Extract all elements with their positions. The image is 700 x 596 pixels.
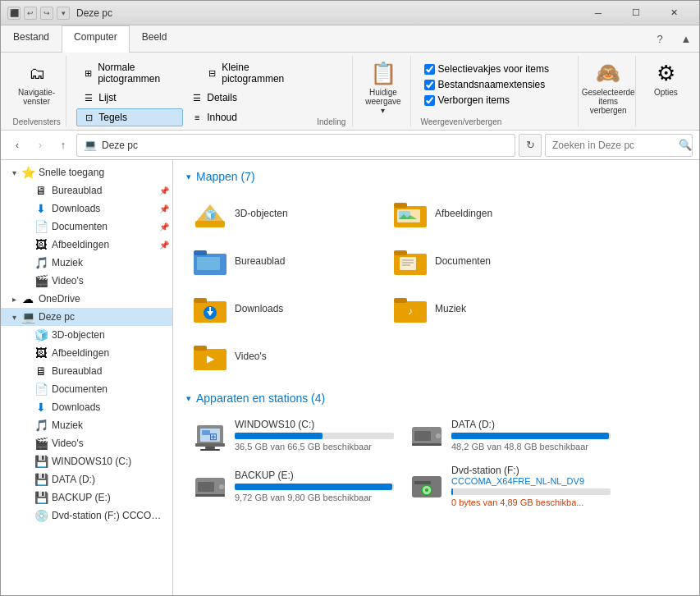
drive-f-bar-bg	[451, 488, 611, 495]
sidebar-item-dvd[interactable]: 💿 Dvd-station (F:) CCCOMA_X	[1, 507, 172, 525]
geselecteerde-button[interactable]: 🙈 Geselecteerdeitems verbergen	[587, 56, 629, 119]
sidebar-item-downloads[interactable]: ⬇ Downloads 📌	[1, 199, 172, 218]
dropdown-icon[interactable]: ▾	[57, 7, 70, 20]
redo-icon[interactable]: ↪	[40, 7, 53, 20]
up-button[interactable]: ↑	[53, 135, 73, 155]
snelle-toegang-icon: ⭐	[21, 165, 35, 180]
title-bar-icons: ⬛ ↩ ↪ ▾	[7, 7, 70, 20]
sidebar-item-videos2[interactable]: 🎬 Video's	[1, 434, 172, 452]
navigatievenster-label: Navigatie-venster	[18, 88, 55, 106]
sidebar-item-documenten[interactable]: 📄 Documenten 📌	[1, 218, 172, 236]
svg-rect-33	[200, 449, 220, 451]
search-input[interactable]	[552, 140, 675, 151]
folder-muziek-icon: ♪	[392, 291, 428, 327]
folder-item-afbeeldingen[interactable]: Afbeeldingen	[387, 191, 583, 236]
ribbon-group-huidig: 📋 Huidigeweergave ▾	[356, 56, 410, 126]
minimize-button[interactable]: ─	[579, 1, 617, 25]
folders-chevron-icon[interactable]: ▾	[186, 172, 191, 182]
sidebar-item-3d-objecten[interactable]: 🧊 3D-objecten	[1, 326, 172, 344]
sidebar-item-afbeeldingen[interactable]: 🖼 Afbeeldingen 📌	[1, 236, 172, 254]
svg-rect-18	[194, 298, 207, 303]
forward-button[interactable]: ›	[30, 135, 50, 155]
checkbox-selectievakjes[interactable]	[424, 64, 435, 75]
videos-label-snelle: Video's	[52, 275, 169, 287]
details-button[interactable]: ☰ Details	[185, 89, 291, 107]
drives-section-title: Apparaten en stations (4)	[196, 392, 325, 405]
geselecteerde-label: Geselecteerdeitems verbergen	[582, 88, 635, 115]
sidebar: ▾ ⭐ Snelle toegang 🖥 Bureaublad 📌 ⬇ Down…	[1, 160, 173, 596]
sidebar-item-data[interactable]: 💾 DATA (D:)	[1, 470, 172, 488]
svg-point-46	[425, 488, 428, 492]
close-button[interactable]: ✕	[655, 1, 693, 25]
folder-item-videos[interactable]: ▶ Video's	[186, 334, 383, 378]
video-icon2: 🎬	[34, 436, 48, 451]
drive-c-bar-bg	[235, 433, 394, 439]
folder-item-downloads[interactable]: Downloads	[186, 287, 383, 331]
folder-3d-icon: 🧊	[192, 195, 228, 232]
folder-downloads-label: Downloads	[235, 303, 283, 314]
normale-pictogrammen-button[interactable]: ⊞ Normale pictogrammen	[76, 59, 199, 87]
folder-item-bureaublad[interactable]: Bureaublad	[186, 239, 383, 283]
tab-beeld[interactable]: Beeld	[130, 25, 180, 52]
check-verborgen[interactable]: Verborgen items	[421, 94, 552, 107]
svg-text:♪: ♪	[408, 305, 413, 317]
drive-item-f[interactable]: Dvd-station (F:) CCCOMA_X64FRE_NL-NL_DV9…	[403, 461, 616, 511]
sidebar-item-afbeeldingen2[interactable]: 🖼 Afbeeldingen	[1, 344, 172, 362]
drive-item-c[interactable]: ⊞ WINDOWS10 (C:) 36,5 GB van 66,5 GB bes…	[186, 413, 400, 457]
folder-bureaublad-icon	[192, 243, 228, 279]
checkbox-verborgen[interactable]	[424, 95, 435, 106]
search-box[interactable]: 🔍	[545, 134, 693, 157]
sidebar-item-downloads2[interactable]: ⬇ Downloads	[1, 398, 172, 416]
sidebar-section-snelle-toegang[interactable]: ▾ ⭐ Snelle toegang	[1, 163, 172, 181]
huidige-icon: 📋	[370, 60, 396, 86]
sidebar-item-documenten2[interactable]: 📄 Documenten	[1, 380, 172, 398]
inhoud-button[interactable]: ≡ Inhoud	[185, 108, 291, 126]
huidige-weergave-button[interactable]: 📋 Huidigeweergave ▾	[362, 56, 405, 119]
sidebar-item-windows[interactable]: 💾 WINDOWS10 (C:)	[1, 452, 172, 470]
check-selectievakjes[interactable]: Selectievakjes voor items	[421, 62, 552, 76]
sidebar-item-bureaublad[interactable]: 🖥 Bureaublad 📌	[1, 181, 172, 199]
opties-button[interactable]: ⚙ Opties	[644, 56, 687, 101]
folder-item-documenten[interactable]: Documenten	[387, 239, 583, 283]
checkbox-bestandsnaam[interactable]	[424, 80, 435, 90]
drive-item-d[interactable]: DATA (D:) 48,2 GB van 48,8 GB beschikbaa…	[403, 413, 616, 457]
sidebar-item-muziek2[interactable]: 🎵 Muziek	[1, 416, 172, 434]
check-bestandsnaam[interactable]: Bestandsnaamextensies	[421, 78, 552, 91]
address-bar[interactable]: 💻 Deze pc	[76, 134, 515, 157]
folder-afbeeldingen-label: Afbeeldingen	[435, 208, 492, 219]
folder-item-3d[interactable]: 🧊 3D-objecten	[186, 191, 383, 236]
sidebar-item-bureaublad2[interactable]: 🖥 Bureaublad	[1, 362, 172, 380]
drive-d-icon	[409, 417, 445, 453]
navigatievenster-button[interactable]: 🗂 Navigatie-venster	[16, 56, 58, 110]
doc-icon2: 📄	[34, 382, 48, 397]
maximize-button[interactable]: ☐	[617, 1, 655, 25]
ribbon-row-2: ☰ Lijst ☰ Details	[76, 89, 313, 107]
tegels-button[interactable]: ⊡ Tegels	[76, 108, 183, 126]
sidebar-section-onedrive[interactable]: ▸ ☁ OneDrive	[1, 290, 172, 308]
drive-e-desc: 9,72 GB van 9,80 GB beschikbaar	[235, 493, 394, 502]
sidebar-section-deze-pc[interactable]: ▾ 💻 Deze pc	[1, 308, 172, 326]
drives-section-header: ▾ Apparaten en stations (4)	[186, 392, 686, 405]
refresh-button[interactable]: ↻	[519, 134, 542, 157]
back-button[interactable]: ‹	[7, 135, 27, 155]
lijst-button[interactable]: ☰ Lijst	[76, 89, 183, 107]
windows-icon: 💾	[34, 454, 48, 469]
folder-item-muziek[interactable]: ♪ Muziek	[387, 287, 583, 331]
muziek-label-snelle: Muziek	[52, 257, 169, 268]
drive-f-subtitle: CCCOMA_X64FRE_NL-NL_DV9	[451, 476, 611, 486]
undo-icon[interactable]: ↩	[24, 7, 37, 20]
sidebar-item-videos[interactable]: 🎬 Video's	[1, 272, 172, 290]
tegels-icon: ⊡	[82, 111, 95, 124]
kleine-pictogrammen-button[interactable]: ⊟ Kleine pictogrammen	[200, 59, 313, 87]
tab-bestand[interactable]: Bestand	[1, 25, 62, 52]
ribbon-collapse-button[interactable]: ▲	[676, 29, 696, 48]
afb-icon2: 🖼	[34, 346, 48, 360]
tab-computer[interactable]: Computer	[62, 25, 130, 53]
ribbon-help-button[interactable]: ?	[650, 29, 670, 48]
sidebar-item-muziek[interactable]: 🎵 Muziek	[1, 254, 172, 272]
quick-access-icon[interactable]: ⬛	[7, 7, 21, 20]
drive-item-e[interactable]: BACKUP (E:) 9,72 GB van 9,80 GB beschikb…	[186, 461, 400, 511]
sidebar-item-backup[interactable]: 💾 BACKUP (E:)	[1, 488, 172, 507]
drives-chevron-icon[interactable]: ▾	[186, 393, 191, 404]
ribbon-row-1: ⊞ Normale pictogrammen ⊟ Kleine pictogra…	[76, 59, 313, 87]
